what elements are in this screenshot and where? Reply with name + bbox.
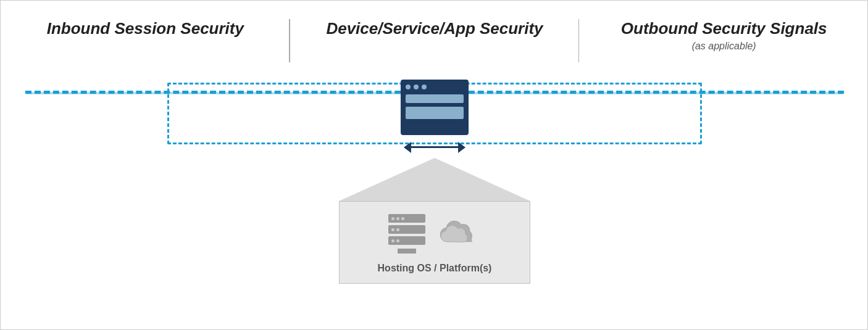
header-col-outbound: Outbound Security Signals (as applicable…	[579, 19, 868, 52]
server-row-3	[388, 236, 425, 245]
app-window-icon	[401, 80, 469, 135]
building-label: Hosting OS / Platform(s)	[378, 263, 492, 274]
building-icons	[388, 214, 481, 254]
server-dot-5	[396, 228, 399, 231]
header-col-inbound: Inbound Session Security	[1, 19, 290, 38]
server-dot-1	[391, 217, 394, 220]
header-row: Inbound Session Security Device/Service/…	[1, 19, 868, 52]
window-dot-1	[406, 85, 411, 89]
arrow-line	[410, 146, 459, 148]
inbound-title: Inbound Session Security	[7, 19, 284, 38]
building-roof	[339, 158, 530, 201]
server-dot-6	[391, 239, 394, 242]
window-frame	[401, 80, 469, 135]
server-row-2	[388, 225, 425, 234]
building-body: Hosting OS / Platform(s)	[339, 201, 530, 284]
server-dot-4	[391, 228, 394, 231]
header-col-device: Device/Service/App Security	[290, 19, 580, 38]
window-bar-1	[406, 94, 464, 103]
server-dot-2	[396, 217, 399, 220]
outbound-title: Outbound Security Signals	[585, 19, 862, 38]
server-dot-7	[396, 239, 399, 242]
window-dots-row	[401, 80, 469, 92]
server-dot-3	[401, 217, 404, 220]
server-row-1	[388, 214, 425, 223]
window-dot-2	[414, 85, 419, 89]
cloud-icon	[438, 218, 481, 249]
outbound-subtitle: (as applicable)	[585, 41, 862, 52]
building-container: Hosting OS / Platform(s)	[339, 158, 530, 284]
window-dot-3	[422, 85, 427, 89]
server-icon	[388, 214, 425, 254]
window-bar-2	[406, 107, 464, 119]
main-container: Inbound Session Security Device/Service/…	[1, 1, 868, 330]
device-title: Device/Service/App Security	[296, 19, 574, 38]
double-arrow	[407, 138, 462, 156]
server-base	[398, 249, 416, 254]
